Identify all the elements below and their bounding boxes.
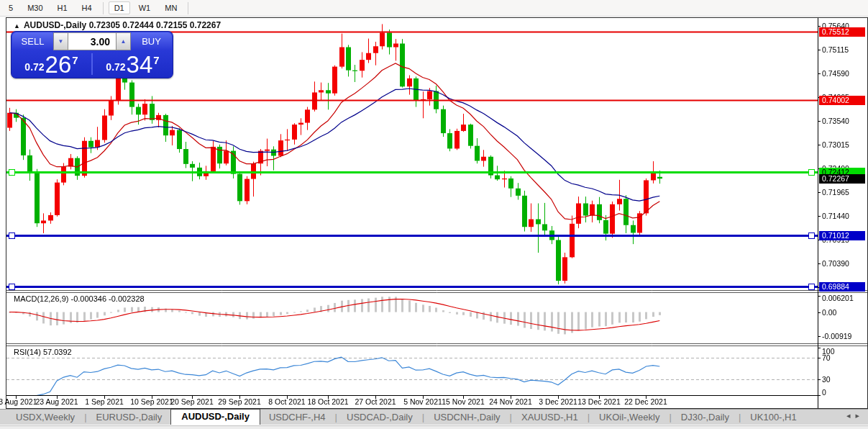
volume-decrease-button[interactable]: ▼ [53, 32, 68, 50]
rsi-axis-label: 70 [822, 353, 831, 362]
symbol-marker-icon: ▲ [14, 22, 20, 30]
date-axis-label: 29 Sep 2021 [218, 397, 261, 406]
tab-separator: | [669, 412, 671, 423]
date-axis-label: 20 Sep 2021 [170, 397, 214, 406]
macd-indicator-label: MACD(12,26,9) -0.000346 -0.002328 [14, 294, 145, 303]
bid-price-small: 0.72 [24, 61, 44, 73]
tab-ukoil-weekly[interactable]: UKOil-,Weekly [590, 411, 668, 423]
price-tag-red: 0.74002 [819, 96, 865, 105]
price-axis-label: 0.71965 [822, 188, 849, 197]
price-tag-blue: 0.69884 [819, 282, 865, 292]
date-axis-label: 13 Aug 2021 [0, 397, 37, 406]
volume-increase-button[interactable]: ▲ [116, 32, 131, 50]
date-axis-label: 22 Dec 2021 [624, 397, 667, 406]
date-axis-label: 10 Sep 2021 [130, 397, 173, 406]
price-axis-label: 0.75115 [822, 45, 849, 54]
buy-button[interactable]: BUY [131, 32, 172, 50]
chart-symbol-label: AUDUSD-,Daily [24, 20, 86, 30]
date-axis-label: 13 Dec 2021 [577, 397, 621, 406]
tab-usdx-weekly[interactable]: USDX,Weekly [7, 411, 83, 423]
ask-price-small: 0.72 [106, 61, 125, 73]
tab-usdcad-daily[interactable]: USDCAD-,Daily [338, 411, 421, 423]
macd-axis-label: 0.006201 [822, 294, 854, 302]
timeframe-button-m30[interactable]: M30 [22, 1, 48, 14]
tab-scroll-left-icon[interactable]: ◂ [846, 411, 856, 420]
timeframe-button-h1[interactable]: H1 [52, 1, 73, 14]
ask-price-big: 34 [127, 54, 153, 76]
ask-price-sup: 7 [153, 54, 159, 66]
tab-separator: | [422, 412, 424, 423]
date-axis-label: 8 Oct 2021 [268, 397, 305, 406]
tab-uk100-h1[interactable]: UK100-,H1 [741, 411, 805, 423]
volume-input[interactable] [68, 32, 116, 50]
tab-separator: | [739, 412, 741, 423]
date-axis-label: 5 Nov 2021 [403, 397, 442, 406]
bid-price-sup: 7 [72, 54, 78, 66]
tab-xauusd-h1[interactable]: XAUUSD-,H1 [513, 411, 587, 423]
bid-price-big: 26 [45, 54, 72, 76]
rsi-axis-label: 0 [822, 388, 826, 397]
tab-scroll-arrows[interactable]: ◂▸ [846, 411, 864, 420]
timeframe-toolbar: 5M30H1H4D1W1MN [0, 0, 868, 17]
date-axis-label: 27 Oct 2021 [355, 397, 396, 406]
chart-tab-bar: USDX,Weekly|EURUSD-,DailyAUDUSD-,DailyUS… [0, 409, 868, 425]
price-tag-black: 0.72267 [819, 174, 865, 184]
price-tag-blue: 0.71012 [819, 231, 865, 240]
timeframe-button-mn[interactable]: MN [159, 1, 183, 14]
price-axis-label: 0.71440 [822, 212, 849, 220]
chart-title: ▲AUDUSD-,Daily 0.72305 0.72444 0.72155 0… [14, 20, 221, 30]
rsi-indicator-label: RSI(14) 57.0392 [14, 348, 72, 356]
timeframe-button-5[interactable]: 5 [3, 1, 19, 14]
tab-audusd-daily[interactable]: AUDUSD-,Daily [170, 409, 260, 425]
tab-scroll-right-icon[interactable]: ▸ [855, 411, 864, 420]
date-axis-label: 3 Dec 2021 [539, 397, 577, 406]
tab-separator: | [510, 412, 512, 423]
toolbar-separator [188, 2, 188, 14]
toolbar-separator [103, 2, 104, 14]
macd-axis-label: 0.00 [822, 308, 836, 317]
tab-usdchf-h4[interactable]: USDCHF-,H4 [260, 411, 334, 423]
tab-eurusd-daily[interactable]: EURUSD-,Daily [88, 411, 171, 423]
date-axis-label: 18 Oct 2021 [307, 397, 348, 406]
tab-dj30-daily[interactable]: DJ30-,Daily [672, 411, 738, 423]
bid-price-display[interactable]: 0.72 26 7 [12, 51, 91, 77]
date-axis-label: 1 Sep 2021 [85, 397, 124, 406]
date-axis-label: 24 Nov 2021 [489, 397, 532, 406]
timeframe-button-h4[interactable]: H4 [76, 1, 98, 14]
tab-separator: | [335, 412, 337, 423]
price-axis-label: 0.73015 [822, 140, 849, 149]
tab-separator: | [588, 412, 590, 423]
status-bar [0, 425, 868, 429]
chart-window: ▲AUDUSD-,Daily 0.72305 0.72444 0.72155 0… [6, 17, 868, 409]
timeframe-button-w1[interactable]: W1 [133, 1, 157, 14]
tab-separator: | [84, 412, 86, 423]
price-axis-label: 0.70390 [822, 259, 849, 268]
chart-ohlc-values: 0.72305 0.72444 0.72155 0.72267 [89, 20, 221, 30]
macd-axis-label: -0.00919 [822, 332, 851, 340]
sell-button[interactable]: SELL [12, 32, 53, 50]
date-axis-label: 15 Nov 2021 [442, 397, 485, 406]
one-click-trading-panel: SELL ▼ ▲ BUY 0.72 26 7 0.72 34 7 [11, 31, 173, 78]
timeframe-button-d1[interactable]: D1 [109, 1, 130, 14]
price-axis-label: 0.73540 [822, 117, 849, 125]
price-axis-label: 0.74590 [822, 69, 849, 78]
ask-price-display[interactable]: 0.72 34 7 [93, 51, 173, 77]
price-tag-red: 0.75512 [819, 27, 865, 37]
rsi-axis-label: 30 [822, 375, 831, 384]
tab-usdcnh-daily[interactable]: USDCNH-,Daily [425, 411, 508, 423]
date-axis-label: 23 Aug 2021 [36, 397, 78, 406]
